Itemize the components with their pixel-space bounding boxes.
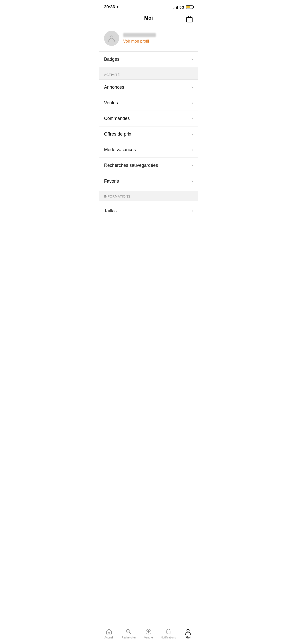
offres-label: Offres de prix: [104, 132, 131, 137]
annonces-chevron-icon: ›: [191, 85, 193, 90]
badges-section: Badges ›: [99, 52, 198, 69]
activity-section-header: ACTIVITÉ: [99, 69, 198, 80]
location-arrow-icon: [116, 6, 119, 9]
recherches-label: Recherches sauvegardées: [104, 163, 158, 168]
status-right: 5G: [173, 5, 193, 9]
svg-point-1: [110, 36, 113, 39]
avatar: [104, 31, 119, 46]
mode-vacances-menu-item[interactable]: Mode vacances ›: [99, 142, 198, 158]
shopping-bag-icon: [186, 15, 193, 22]
ventes-label: Ventes: [104, 100, 118, 106]
commandes-chevron-icon: ›: [191, 116, 193, 121]
informations-section-title: INFORMATIONS: [104, 195, 130, 198]
mode-vacances-chevron-icon: ›: [191, 147, 193, 152]
recherches-menu-item[interactable]: Recherches sauvegardées ›: [99, 158, 198, 173]
profile-info: Voir mon profil: [123, 33, 156, 44]
badges-label: Badges: [104, 57, 119, 62]
battery-indicator: [186, 5, 193, 9]
network-type: 5G: [179, 5, 184, 9]
favoris-label: Favoris: [104, 179, 119, 184]
signal-bars: [173, 5, 178, 9]
page-header: Moi: [99, 13, 198, 25]
mode-vacances-label: Mode vacances: [104, 147, 136, 152]
recherches-chevron-icon: ›: [191, 163, 193, 168]
offres-menu-item[interactable]: Offres de prix ›: [99, 126, 198, 142]
profile-name-blurred: [123, 33, 156, 37]
offres-chevron-icon: ›: [191, 132, 193, 137]
commandes-menu-item[interactable]: Commandes ›: [99, 111, 198, 126]
status-bar: 20:36 5G: [99, 0, 198, 13]
annonces-menu-item[interactable]: Annonces ›: [99, 80, 198, 95]
tailles-chevron-icon: ›: [191, 208, 193, 213]
svg-rect-0: [187, 17, 192, 22]
shopping-bag-button[interactable]: [186, 15, 193, 22]
favoris-menu-item[interactable]: Favoris ›: [99, 173, 198, 189]
activity-section-title: ACTIVITÉ: [104, 73, 120, 77]
avatar-icon: [108, 35, 115, 42]
view-profile-link[interactable]: Voir mon profil: [123, 39, 156, 44]
annonces-label: Annonces: [104, 85, 124, 90]
tailles-label: Tailles: [104, 208, 117, 213]
badges-menu-item[interactable]: Badges ›: [99, 52, 198, 67]
informations-section-header: INFORMATIONS: [99, 191, 198, 201]
badges-chevron-icon: ›: [191, 57, 193, 62]
commandes-label: Commandes: [104, 116, 130, 121]
profile-section: Voir mon profil: [99, 25, 198, 52]
favoris-chevron-icon: ›: [191, 179, 193, 184]
ventes-menu-item[interactable]: Ventes ›: [99, 95, 198, 111]
ventes-chevron-icon: ›: [191, 100, 193, 106]
tailles-menu-item[interactable]: Tailles ›: [99, 201, 198, 217]
status-time: 20:36: [104, 5, 119, 10]
page-title: Moi: [144, 15, 153, 21]
battery-fill: [186, 6, 190, 8]
